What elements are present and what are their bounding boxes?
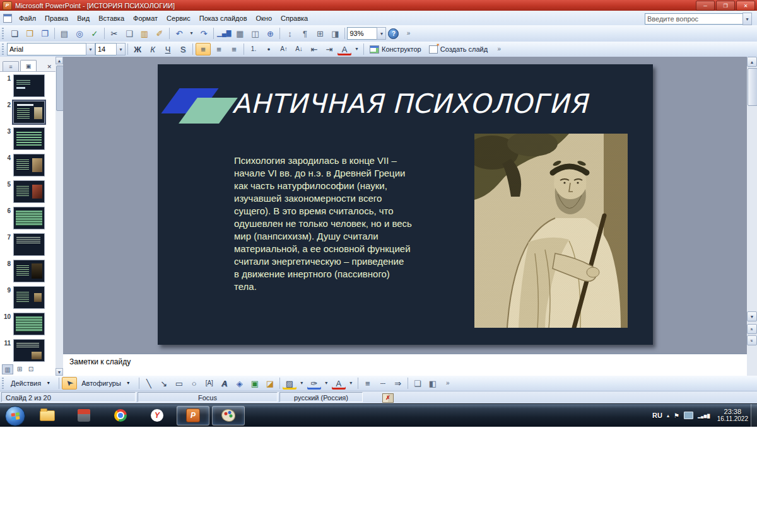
toolbar-grip[interactable] [2, 43, 4, 55]
3d-style-icon[interactable]: ◧ [426, 377, 440, 390]
language-switcher[interactable]: RU [652, 412, 662, 419]
hidden-icons-chevron-icon[interactable]: ▴ [667, 413, 669, 419]
close-pane-icon[interactable]: ✕ [45, 62, 54, 71]
line-color-button[interactable]: ✑ [307, 377, 321, 390]
slide-thumbnail-5[interactable]: 5 [1, 180, 56, 202]
slide-body-text[interactable]: Психология зародилась в конце VII – нача… [234, 154, 439, 293]
actions-menu-button[interactable]: Действия ▾ [7, 377, 57, 390]
spelling-icon[interactable]: ✓ [88, 27, 102, 40]
taskbar-clock[interactable]: 23:38 16.11.2022 [717, 408, 748, 423]
decrease-font-button[interactable]: А↓ [292, 43, 306, 55]
menu-slideshow[interactable]: Показ слайдов [195, 13, 252, 24]
pane-scroll-down-icon[interactable]: ▼ [56, 368, 63, 376]
yandex-taskbar-button[interactable]: Y [140, 405, 174, 426]
autoshapes-menu-button[interactable]: Автофигуры ▾ [78, 377, 137, 390]
menu-window[interactable]: Окно [252, 13, 277, 24]
clipart-tool-icon[interactable]: ▣ [248, 377, 262, 390]
open-icon[interactable]: ❒ [23, 27, 37, 40]
show-formatting-icon[interactable]: ¶ [298, 27, 312, 40]
menu-file[interactable]: Файл [15, 13, 40, 24]
text-box-tool-icon[interactable]: [А] [202, 377, 216, 390]
slide-thumbnail-1[interactable]: 1 [1, 74, 56, 96]
normal-view-button[interactable]: ▥ [2, 364, 13, 374]
network-monitor-icon[interactable] [684, 412, 693, 419]
slide-thumbnail-10[interactable]: 10 [1, 313, 56, 334]
menu-tools[interactable]: Сервис [162, 13, 195, 24]
titlebar[interactable]: P Microsoft PowerPoint - [ИСТОРИЯ ПСИХОЛ… [0, 0, 757, 11]
paint-taskbar-button[interactable] [212, 406, 245, 425]
font-color-dropdown-icon[interactable]: ▾ [353, 43, 361, 55]
toolbar-options-icon[interactable]: » [441, 377, 455, 390]
zoom-dropdown-icon[interactable]: ▾ [377, 27, 386, 40]
show-desktop-button[interactable] [751, 404, 757, 427]
menu-view[interactable]: Вид [73, 13, 94, 24]
font-color-dropdown-icon[interactable]: ▾ [347, 377, 355, 390]
zoom-combo[interactable]: 93% [347, 27, 377, 40]
toolbar-options-icon[interactable]: » [401, 27, 415, 40]
scroll-down-icon[interactable]: ▼ [747, 311, 757, 321]
align-center-button[interactable]: ≡ [212, 43, 226, 55]
menu-edit[interactable]: Правка [40, 13, 73, 24]
restore-button[interactable]: ❐ [716, 1, 735, 11]
bold-button[interactable]: Ж [131, 43, 144, 55]
chrome-taskbar-button[interactable] [103, 405, 138, 426]
scroll-thumb[interactable] [748, 68, 757, 106]
align-right-button[interactable]: ≡ [227, 43, 241, 55]
slide-thumbnail-9[interactable]: 9 [1, 286, 56, 308]
select-tool-button[interactable]: ➤ [62, 377, 77, 390]
slide-thumbnail-6[interactable]: 6 [1, 207, 56, 228]
powerpoint-taskbar-button[interactable]: P [177, 406, 209, 425]
slide-thumb-image[interactable] [13, 127, 45, 150]
explorer-taskbar-button[interactable] [30, 405, 64, 426]
slide-thumb-image[interactable] [13, 207, 45, 229]
menu-format[interactable]: Формат [129, 13, 162, 24]
expand-all-icon[interactable]: ↕ [283, 27, 296, 40]
notes-pane[interactable]: Заметки к слайду [63, 353, 747, 376]
slide-thumb-image[interactable] [13, 286, 45, 309]
action-center-flag-icon[interactable]: ⚑ [674, 412, 679, 419]
slide-thumbnail-4[interactable]: 4 [1, 154, 56, 175]
menu-insert[interactable]: Вставка [94, 13, 129, 24]
rectangle-tool-icon[interactable]: ▭ [172, 377, 186, 390]
tables-borders-icon[interactable]: ◫ [248, 27, 262, 40]
slide-thumb-image[interactable] [13, 339, 45, 362]
toolbar-grip[interactable] [2, 28, 4, 39]
toolbar-options-icon[interactable]: » [492, 43, 506, 55]
wordart-tool-icon[interactable]: А [218, 377, 232, 390]
slide-thumb-image[interactable] [13, 180, 45, 203]
arrow-tool-icon[interactable]: ↘ [157, 377, 171, 390]
font-dropdown-icon[interactable]: ▾ [86, 43, 95, 55]
new-slide-button[interactable]: ✶ Создать слайд [425, 45, 491, 54]
question-input[interactable] [645, 13, 743, 25]
slide-2[interactable]: АНТИЧНАЯ ПСИХОЛОГИЯ Психология зародилас… [158, 64, 653, 345]
pane-scroll-up-icon[interactable]: ▲ [56, 57, 63, 64]
hyperlink-icon[interactable]: ⊕ [263, 27, 277, 40]
slide-thumb-image[interactable] [13, 74, 45, 97]
slide-thumbnail-8[interactable]: 8 [1, 260, 56, 281]
slide-design-button[interactable]: Конструктор [366, 45, 425, 54]
scroll-up-icon[interactable]: ▲ [747, 57, 757, 67]
align-left-button[interactable]: ≡ [196, 43, 211, 55]
paste-icon[interactable]: ▥ [138, 27, 151, 40]
font-size-combo[interactable]: 14 [95, 43, 117, 55]
signal-bars-icon[interactable]: ▂▄▆█ [698, 413, 710, 418]
outline-tab[interactable]: ≡ [3, 61, 19, 71]
slide-sorter-view-button[interactable]: ⊞ [15, 364, 25, 373]
format-painter-icon[interactable]: ✐ [153, 27, 167, 40]
line-color-dropdown-icon[interactable]: ▾ [322, 377, 331, 390]
font-color-button[interactable]: А [332, 377, 346, 390]
help-icon[interactable]: ? [388, 28, 399, 39]
save-icon[interactable]: ❐ [38, 27, 52, 40]
main-scrollbar[interactable]: ▲ ▼ « » [747, 57, 757, 353]
italic-button[interactable]: К [146, 43, 160, 55]
slide-thumb-image[interactable] [13, 154, 45, 176]
question-dropdown-icon[interactable]: ▾ [742, 13, 752, 25]
text-shadow-button[interactable]: S [176, 43, 190, 55]
slide-thumbnail-7[interactable]: 7 [1, 233, 56, 255]
dash-style-icon[interactable]: ┄ [376, 377, 390, 390]
slide-thumbnail-2-selected[interactable]: 2 [1, 101, 56, 122]
insert-table-icon[interactable]: ▦ [233, 27, 247, 40]
diagram-tool-icon[interactable]: ◈ [233, 377, 247, 390]
increase-indent-button[interactable]: ⇥ [322, 43, 336, 55]
picture-tool-icon[interactable]: ◪ [263, 377, 277, 390]
